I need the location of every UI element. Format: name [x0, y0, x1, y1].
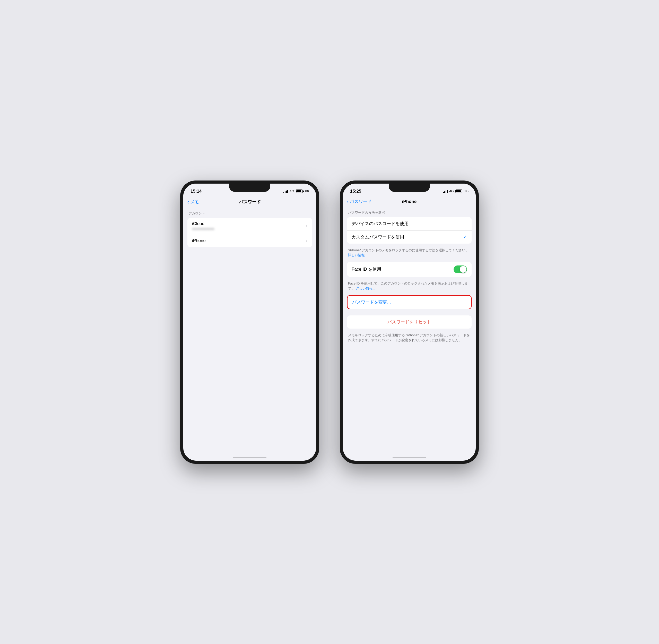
faceid-description-link[interactable]: 詳しい情報...	[356, 286, 375, 290]
chevron-back-icon-1: ‹	[187, 199, 189, 204]
list-item-icloud[interactable]: iCloud ●●●●●●●●●●● ›	[187, 218, 312, 234]
status-icons-1: 4G 86	[283, 189, 309, 193]
page-title-1: パスワード	[239, 199, 261, 205]
status-time-1: 15:14	[190, 189, 202, 194]
method-description-link[interactable]: 詳しい情報...	[348, 253, 368, 257]
method-section-label: パスワードの方法を選択	[343, 206, 476, 217]
back-label-1: メモ	[190, 199, 199, 205]
method-custom-title: カスタムパスワードを使用	[352, 234, 404, 240]
network-label-1: 4G	[289, 189, 294, 193]
phone-2: 15:25 4G 85 ‹ パスワード iPhon	[340, 181, 479, 464]
reset-item[interactable]: パスワードをリセット	[347, 316, 472, 328]
nav-header-2: ‹ パスワード iPhone	[343, 197, 476, 206]
chevron-back-icon-2: ‹	[347, 199, 349, 204]
signal-icon-1	[283, 190, 288, 193]
battery-icon-2	[455, 189, 463, 193]
toggle-knob	[460, 266, 467, 273]
network-label-2: 4G	[449, 189, 453, 193]
method-device-title: デバイスのパスコードを使用	[352, 221, 408, 227]
icloud-subtitle: ●●●●●●●●●●●	[192, 227, 214, 231]
notch-1	[229, 184, 270, 192]
phone-1: 15:14 4G 86 ‹ メモ パスワード	[180, 181, 319, 464]
method-custom-password[interactable]: カスタムパスワードを使用 ✓	[347, 230, 472, 244]
checkmark-icon: ✓	[463, 234, 467, 240]
icloud-item-content: iCloud ●●●●●●●●●●●	[192, 221, 214, 231]
home-indicator-1	[183, 455, 316, 461]
accounts-label: アカウント	[183, 207, 316, 218]
reset-description: メモをロックするために今後使用する "iPhone" アカウントの新しいパスワー…	[343, 331, 476, 347]
back-button-2[interactable]: ‹ パスワード	[347, 199, 372, 204]
faceid-row: Face ID を使用	[347, 262, 472, 277]
change-password-group: パスワードを変更...	[347, 295, 472, 309]
reset-description-text: メモをロックするために今後使用する "iPhone" アカウントの新しいパスワー…	[348, 333, 470, 342]
icloud-title: iCloud	[192, 221, 214, 226]
faceid-group: Face ID を使用	[347, 262, 472, 277]
screen-content-2: パスワードの方法を選択 デバイスのパスコードを使用 カスタムパスワードを使用 ✓…	[343, 206, 476, 455]
chevron-right-icon-iphone: ›	[306, 238, 307, 243]
faceid-title: Face ID を使用	[352, 266, 381, 272]
iphone-item-content: iPhone	[192, 238, 206, 243]
nav-header-1: ‹ メモ パスワード	[183, 197, 316, 207]
notch-2	[389, 184, 430, 192]
iphone-title: iPhone	[192, 238, 206, 243]
battery-pct-1: 86	[305, 189, 309, 193]
reset-title: パスワードをリセット	[387, 319, 431, 325]
status-icons-2: 4G 85	[443, 189, 469, 193]
accounts-list: iCloud ●●●●●●●●●●● › iPhone ›	[187, 218, 312, 247]
reset-group: パスワードをリセット	[347, 316, 472, 328]
battery-pct-2: 85	[465, 189, 469, 193]
back-label-2: パスワード	[350, 199, 372, 204]
status-time-2: 15:25	[350, 189, 361, 194]
change-password-title: パスワードを変更...	[352, 299, 391, 305]
back-button-1[interactable]: ‹ メモ	[187, 199, 199, 205]
method-device-passcode[interactable]: デバイスのパスコードを使用	[347, 217, 472, 230]
battery-icon-1	[296, 189, 304, 193]
screen-content-1: アカウント iCloud ●●●●●●●●●●● › iPhone ›	[183, 207, 316, 455]
method-description: "iPhone" アカウントのメモをロックするのに使用する方法を選択してください…	[343, 246, 476, 262]
signal-icon-2	[443, 190, 448, 193]
chevron-right-icon-icloud: ›	[306, 224, 307, 228]
faceid-description: Face ID を使用して、このアカウントのロックされたメモを表示および管理しま…	[343, 279, 476, 295]
list-item-iphone[interactable]: iPhone ›	[187, 234, 312, 247]
page-title-2: iPhone	[402, 199, 417, 204]
password-method-list: デバイスのパスコードを使用 カスタムパスワードを使用 ✓	[347, 217, 472, 244]
method-description-text: "iPhone" アカウントのメモをロックするのに使用する方法を選択してください…	[348, 248, 469, 252]
home-indicator-2	[343, 455, 476, 461]
faceid-toggle[interactable]	[453, 266, 467, 273]
change-password-item[interactable]: パスワードを変更...	[348, 296, 471, 309]
